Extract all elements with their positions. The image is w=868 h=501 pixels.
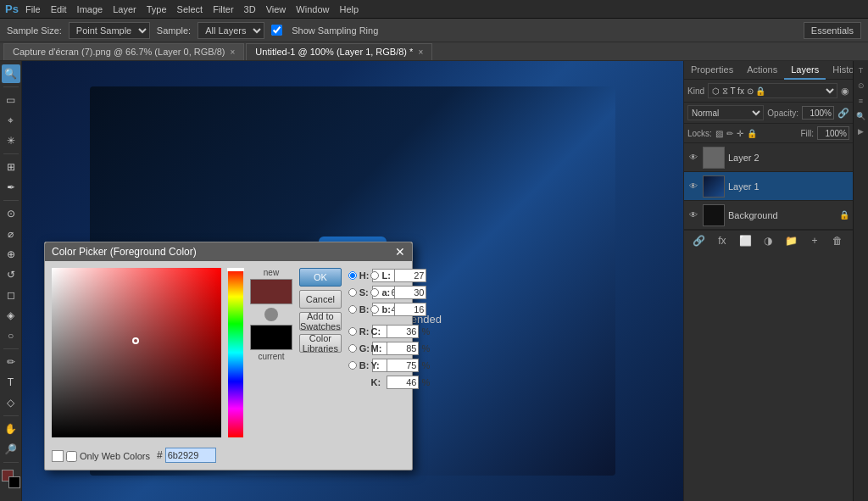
narrow-btn-4[interactable]: 🔍 xyxy=(855,110,867,122)
delete-layer-btn[interactable]: 🗑 xyxy=(830,233,845,248)
tool-clone[interactable]: ⊕ xyxy=(2,245,20,264)
add-layer-btn[interactable]: + xyxy=(807,233,822,248)
opacity-chain[interactable]: 🔗 xyxy=(837,108,849,119)
tool-pen[interactable]: ✏ xyxy=(2,353,20,371)
L-radio[interactable] xyxy=(370,271,379,280)
color-libraries-button[interactable]: Color Libraries xyxy=(299,334,342,353)
hue-slider-track[interactable] xyxy=(228,268,243,437)
tool-hand[interactable]: ✋ xyxy=(2,420,20,438)
K-input[interactable] xyxy=(387,376,419,389)
tool-lasso[interactable]: ⌖ xyxy=(2,111,20,130)
menu-image[interactable]: Image xyxy=(77,4,103,14)
lock-paint[interactable]: ✏ xyxy=(726,129,733,138)
tool-eyedropper-2[interactable]: ✒ xyxy=(2,178,20,197)
layer-kind-select[interactable]: ⬡ ⧖ T fx ⊙ 🔒 xyxy=(708,83,837,98)
tool-crop[interactable]: ⊞ xyxy=(2,158,20,176)
narrow-btn-2[interactable]: ⊙ xyxy=(855,80,867,92)
fg-bg-colors xyxy=(2,470,20,488)
menu-file[interactable]: File xyxy=(25,4,41,14)
menu-type[interactable]: Type xyxy=(147,4,167,14)
layer-item-layer2[interactable]: 👁 Layer 2 xyxy=(684,143,853,172)
tab-capture[interactable]: Capture d'écran (7).png @ 66.7% (Layer 0… xyxy=(3,43,244,60)
menu-layer[interactable]: Layer xyxy=(113,4,136,14)
add-group-btn[interactable]: 📁 xyxy=(784,233,799,248)
layer-item-layer1[interactable]: 👁 Layer 1 xyxy=(684,172,853,201)
sample-select[interactable]: All Layers xyxy=(198,22,264,39)
sample-size-select[interactable]: Point Sample xyxy=(69,22,150,39)
background-color[interactable] xyxy=(8,476,20,488)
tool-dodge[interactable]: ○ xyxy=(2,326,20,345)
tool-magic-wand[interactable]: ✳ xyxy=(2,131,20,150)
tab-untitled[interactable]: Untitled-1 @ 100% (Layer 1, RGB/8) * × xyxy=(246,43,432,60)
visibility-layer2[interactable]: 👁 xyxy=(687,152,699,164)
add-style-btn[interactable]: fx xyxy=(715,233,730,248)
layer-item-background[interactable]: 👁 Background 🔒 xyxy=(684,201,853,230)
menu-window[interactable]: Window xyxy=(296,4,329,14)
tool-gradient[interactable]: ◈ xyxy=(2,306,20,325)
lock-all[interactable]: 🔒 xyxy=(747,129,757,138)
tab-actions[interactable]: Actions xyxy=(740,61,784,80)
tool-brush[interactable]: ⌀ xyxy=(2,225,20,243)
add-to-swatches-button[interactable]: Add to Swatches xyxy=(299,312,342,331)
tool-marquee[interactable]: ▭ xyxy=(2,91,20,109)
saturation-radio[interactable] xyxy=(348,288,357,297)
menu-filter[interactable]: Filter xyxy=(213,4,233,14)
sb-gradient[interactable] xyxy=(52,268,221,437)
Y-input[interactable] xyxy=(387,359,419,372)
menu-edit[interactable]: Edit xyxy=(51,4,67,14)
fill-input[interactable] xyxy=(817,126,849,140)
hex-input[interactable] xyxy=(165,448,216,463)
a-input[interactable] xyxy=(394,286,426,299)
a-radio[interactable] xyxy=(370,288,379,297)
tool-eraser[interactable]: ◻ xyxy=(2,286,20,304)
tab-layers[interactable]: Layers xyxy=(784,61,826,80)
menu-view[interactable]: View xyxy=(266,4,287,14)
lock-position[interactable]: ✛ xyxy=(737,129,743,138)
visibility-bg[interactable]: 👁 xyxy=(687,209,699,221)
tool-zoom[interactable]: 🔎 xyxy=(2,440,20,459)
blue-radio[interactable] xyxy=(348,361,357,370)
color-picker-sample-icon[interactable] xyxy=(264,308,278,321)
tool-text[interactable]: T xyxy=(2,373,20,392)
green-radio[interactable] xyxy=(348,344,357,353)
tab-close-untitled[interactable]: × xyxy=(418,47,423,57)
menu-3d[interactable]: 3D xyxy=(244,4,256,14)
ok-button[interactable]: OK xyxy=(299,268,342,287)
tab-properties[interactable]: Properties xyxy=(684,61,740,80)
add-mask-btn[interactable]: ⬜ xyxy=(737,233,753,248)
menu-select[interactable]: Select xyxy=(177,4,203,14)
M-input[interactable] xyxy=(387,342,419,355)
brightness-radio[interactable] xyxy=(348,305,357,314)
essentials-button[interactable]: Essentials xyxy=(804,22,861,39)
blab-radio[interactable] xyxy=(370,305,379,314)
color-picker-close-button[interactable]: ✕ xyxy=(395,245,405,259)
narrow-btn-3[interactable]: ≡ xyxy=(855,95,867,107)
cancel-button[interactable]: Cancel xyxy=(299,290,342,309)
opacity-input[interactable] xyxy=(802,106,834,120)
sb-picker[interactable] xyxy=(52,268,221,437)
hue-radio[interactable] xyxy=(348,271,357,280)
tool-history-brush[interactable]: ↺ xyxy=(2,265,20,284)
only-web-checkbox[interactable] xyxy=(66,451,77,462)
right-narrow-panel: T ⊙ ≡ 🔍 ▶ xyxy=(853,61,868,501)
tool-eyedropper[interactable]: 🔍 xyxy=(2,64,20,83)
tool-spot-heal[interactable]: ⊙ xyxy=(2,204,20,223)
hue-slider-container[interactable] xyxy=(228,268,243,437)
narrow-btn-1[interactable]: T xyxy=(855,64,867,76)
blend-mode-select[interactable]: Normal xyxy=(687,105,764,120)
show-sampling-ring-checkbox[interactable] xyxy=(271,25,282,36)
filter-toggle[interactable]: ◉ xyxy=(841,86,849,97)
blab-input[interactable] xyxy=(394,303,426,316)
red-radio[interactable] xyxy=(348,327,357,336)
lock-transparent[interactable]: ▨ xyxy=(715,129,723,138)
tab-close-capture[interactable]: × xyxy=(231,47,236,57)
layers-filters-row: Kind ⬡ ⧖ T fx ⊙ 🔒 ◉ xyxy=(684,80,853,103)
menu-help[interactable]: Help xyxy=(339,4,359,14)
link-layers-btn[interactable]: 🔗 xyxy=(692,233,707,248)
add-adjustment-btn[interactable]: ◑ xyxy=(760,233,776,248)
C-input[interactable] xyxy=(387,325,419,338)
visibility-layer1[interactable]: 👁 xyxy=(687,181,699,192)
narrow-btn-5[interactable]: ▶ xyxy=(855,125,867,137)
tool-shape[interactable]: ◇ xyxy=(2,393,20,412)
L-input[interactable] xyxy=(394,269,426,282)
